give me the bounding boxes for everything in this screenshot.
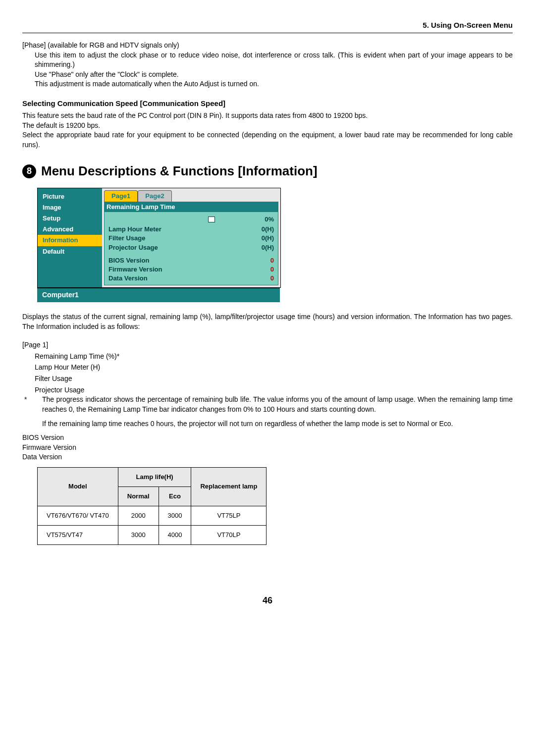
td-model: VT575/VT47 bbox=[38, 526, 118, 545]
progress-pct: 0% bbox=[265, 215, 274, 224]
star-desc: *The progress indicator shows the percen… bbox=[42, 395, 513, 414]
desc-p1: Displays the status of the current signa… bbox=[22, 312, 513, 331]
divider bbox=[22, 33, 513, 33]
progress-box-icon bbox=[208, 216, 215, 222]
tab-page1[interactable]: Page1 bbox=[104, 190, 138, 202]
heading-number-icon: 8 bbox=[22, 164, 36, 178]
comm-p1: This feature sets the baud rate of the P… bbox=[22, 111, 513, 121]
info-heading: 8 Menu Descriptions & Functions [Informa… bbox=[22, 162, 513, 180]
td-eco: 4000 bbox=[159, 526, 191, 545]
firmware-version-label: Firmware Version bbox=[22, 443, 513, 453]
th-model: Model bbox=[38, 467, 118, 506]
progress-row: 0% bbox=[107, 214, 275, 225]
phase-line3: This adjustment is made automatically wh… bbox=[35, 79, 513, 89]
td-normal: 3000 bbox=[118, 526, 159, 545]
section-header: 5. Using On-Screen Menu bbox=[22, 20, 513, 30]
comm-p2: The default is 19200 bps. bbox=[22, 121, 513, 131]
info-row: Lamp Hour Meter0(H) bbox=[107, 225, 275, 234]
info-row: Filter Usage0(H) bbox=[107, 234, 275, 243]
th-repl: Replacement lamp bbox=[191, 467, 267, 506]
sidebar-item-image[interactable]: Image bbox=[38, 202, 102, 213]
sidebar-item-default[interactable]: Default bbox=[38, 246, 102, 257]
page1-label: [Page 1] bbox=[22, 340, 513, 350]
page1-item3: Filter Usage bbox=[35, 374, 513, 384]
computer-bar: Computer1 bbox=[37, 288, 280, 302]
data-version-label: Data Version bbox=[22, 452, 513, 462]
note-block: If the remaining lamp time reaches 0 hou… bbox=[42, 419, 513, 429]
th-lamp: Lamp life(H) bbox=[118, 467, 191, 486]
phase-line1: Use this item to adjust the clock phase … bbox=[35, 51, 513, 70]
table-row: VT575/VT47 3000 4000 VT70LP bbox=[38, 526, 267, 545]
th-normal: Normal bbox=[118, 486, 159, 506]
page1-item2: Lamp Hour Meter (H) bbox=[35, 363, 513, 373]
comm-heading: Selecting Communication Speed [Communica… bbox=[22, 98, 513, 108]
heading-text: Menu Descriptions & Functions [Informati… bbox=[41, 162, 318, 180]
td-normal: 2000 bbox=[118, 506, 159, 526]
menu-screenshot: PictureImageSetupAdvancedInformationDefa… bbox=[37, 188, 281, 288]
phase-title: [Phase] (available for RGB and HDTV sign… bbox=[22, 41, 513, 51]
page1-item1: Remaining Lamp Time (%)* bbox=[35, 352, 513, 362]
table-row: VT676/VT670/ VT470 2000 3000 VT75LP bbox=[38, 506, 267, 526]
sidebar-item-picture[interactable]: Picture bbox=[38, 191, 102, 202]
tabs: Page1 Page2 bbox=[102, 188, 280, 202]
page1-content: Remaining Lamp Time 0% Lamp Hour Meter0(… bbox=[104, 202, 278, 286]
tab-page2[interactable]: Page2 bbox=[138, 190, 171, 202]
version-row: Data Version0 bbox=[107, 274, 275, 283]
lamp-table: Model Lamp life(H) Replacement lamp Norm… bbox=[37, 467, 267, 545]
remaining-lamp-header: Remaining Lamp Time bbox=[105, 202, 278, 212]
th-eco: Eco bbox=[159, 486, 191, 506]
info-row: Projector Usage0(H) bbox=[107, 243, 275, 252]
sidebar-item-information[interactable]: Information bbox=[38, 235, 102, 246]
td-eco: 3000 bbox=[159, 506, 191, 526]
td-repl: VT75LP bbox=[191, 506, 267, 526]
comm-p3: Select the appropriate baud rate for you… bbox=[22, 130, 513, 150]
sidebar-item-setup[interactable]: Setup bbox=[38, 213, 102, 224]
menu-content: Page1 Page2 Remaining Lamp Time 0% Lamp … bbox=[102, 188, 280, 288]
version-row: Firmware Version0 bbox=[107, 265, 275, 274]
td-model: VT676/VT670/ VT470 bbox=[38, 506, 118, 526]
sidebar-item-advanced[interactable]: Advanced bbox=[38, 224, 102, 235]
page-number: 46 bbox=[22, 594, 513, 607]
menu-sidebar: PictureImageSetupAdvancedInformationDefa… bbox=[38, 188, 102, 288]
td-repl: VT70LP bbox=[191, 526, 267, 545]
bios-version-label: BIOS Version bbox=[22, 433, 513, 443]
star-text: The progress indicator shows the percent… bbox=[42, 395, 513, 413]
phase-line2: Use "Phase" only after the "Clock" is co… bbox=[35, 70, 513, 80]
version-row: BIOS Version0 bbox=[107, 256, 275, 265]
page1-item4: Projector Usage bbox=[35, 385, 513, 395]
